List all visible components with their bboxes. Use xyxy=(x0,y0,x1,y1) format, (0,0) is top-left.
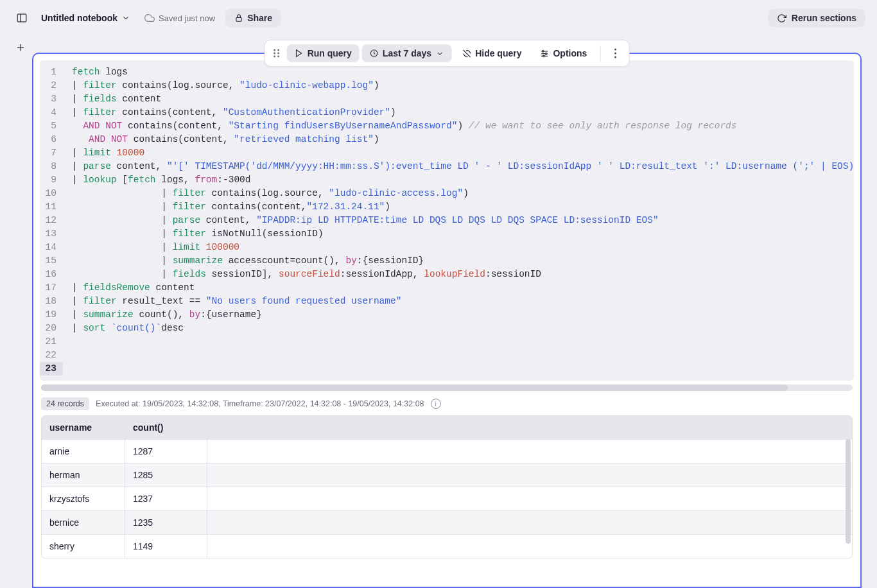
cell-empty xyxy=(207,487,852,510)
notebook-title-text: Untitled notebook xyxy=(41,13,117,23)
svg-point-10 xyxy=(277,56,279,58)
table-row[interactable]: herman1285 xyxy=(42,463,852,487)
clock-icon xyxy=(370,49,379,58)
table-row[interactable]: sherry1149 xyxy=(42,534,852,558)
execution-meta: Executed at: 19/05/2023, 14:32:08, Timef… xyxy=(96,399,424,408)
hide-query-button[interactable]: Hide query xyxy=(454,44,529,62)
sidebar-toggle-icon[interactable] xyxy=(12,8,32,28)
svg-rect-2 xyxy=(236,17,241,21)
hide-icon xyxy=(462,49,471,58)
options-label: Options xyxy=(553,48,587,58)
horizontal-scrollbar[interactable] xyxy=(41,385,853,391)
svg-point-16 xyxy=(542,50,544,52)
chevron-down-icon xyxy=(435,49,444,58)
section-toolbar: Run query Last 7 days Hide query Options xyxy=(265,40,630,67)
svg-point-21 xyxy=(614,56,616,58)
timeframe-label: Last 7 days xyxy=(383,48,431,58)
svg-rect-0 xyxy=(17,14,26,22)
play-icon xyxy=(295,49,304,58)
query-section: 1234567891011121314151617181920212223 fe… xyxy=(32,53,862,588)
results-table: username count() arnie1287herman1285krzy… xyxy=(41,415,853,558)
cell-empty xyxy=(207,463,852,487)
share-label: Share xyxy=(247,13,272,23)
cell-count: 1285 xyxy=(125,463,207,487)
svg-point-19 xyxy=(614,48,616,50)
cell-username: arnie xyxy=(42,440,125,463)
cell-count: 1149 xyxy=(125,535,207,558)
rerun-label: Rerun sections xyxy=(792,13,856,23)
table-header: username count() xyxy=(42,416,852,439)
lock-icon xyxy=(234,13,243,22)
sliders-icon xyxy=(539,49,549,58)
cloud-saved-icon xyxy=(144,13,155,23)
rerun-icon xyxy=(777,13,786,23)
saved-status: Saved just now xyxy=(144,13,215,23)
svg-point-8 xyxy=(277,53,279,55)
share-button[interactable]: Share xyxy=(225,9,281,27)
chevron-down-icon xyxy=(121,13,130,22)
options-button[interactable]: Options xyxy=(532,44,595,62)
cell-count: 1237 xyxy=(125,487,207,510)
hide-query-label: Hide query xyxy=(475,48,521,58)
run-query-label: Run query xyxy=(308,48,352,58)
saved-text: Saved just now xyxy=(159,13,215,23)
svg-point-9 xyxy=(274,56,275,58)
vertical-scrollbar[interactable] xyxy=(846,439,851,555)
run-query-button[interactable]: Run query xyxy=(287,44,360,62)
table-row[interactable]: krzysztofs1237 xyxy=(42,487,852,510)
drag-handle-icon[interactable] xyxy=(269,48,284,58)
svg-point-20 xyxy=(614,52,616,54)
column-header-username[interactable]: username xyxy=(42,416,125,439)
svg-point-18 xyxy=(543,55,544,57)
column-header-empty xyxy=(207,416,852,439)
column-header-count[interactable]: count() xyxy=(125,416,207,439)
more-menu-button[interactable] xyxy=(605,48,625,58)
svg-point-6 xyxy=(277,49,279,51)
cell-username: herman xyxy=(42,463,125,487)
cell-username: krzysztofs xyxy=(42,487,125,510)
cell-empty xyxy=(207,511,852,534)
rerun-sections-button[interactable]: Rerun sections xyxy=(768,9,865,27)
code-editor[interactable]: 1234567891011121314151617181920212223 fe… xyxy=(40,60,854,381)
svg-point-17 xyxy=(545,53,547,55)
cell-username: sherry xyxy=(42,535,125,558)
records-badge: 24 records xyxy=(41,397,89,410)
table-row[interactable]: arnie1287 xyxy=(42,439,852,463)
add-section-button[interactable] xyxy=(12,39,30,56)
info-icon[interactable]: i xyxy=(431,399,441,409)
svg-marker-11 xyxy=(297,50,302,57)
table-row[interactable]: bernice1235 xyxy=(42,510,852,534)
cell-count: 1287 xyxy=(125,440,207,463)
notebook-title[interactable]: Untitled notebook xyxy=(37,10,134,26)
svg-point-7 xyxy=(274,53,275,55)
cell-count: 1235 xyxy=(125,511,207,534)
cell-empty xyxy=(207,535,852,558)
timeframe-dropdown[interactable]: Last 7 days xyxy=(362,44,451,62)
svg-point-5 xyxy=(274,49,275,51)
cell-username: bernice xyxy=(42,511,125,534)
cell-empty xyxy=(207,440,852,463)
